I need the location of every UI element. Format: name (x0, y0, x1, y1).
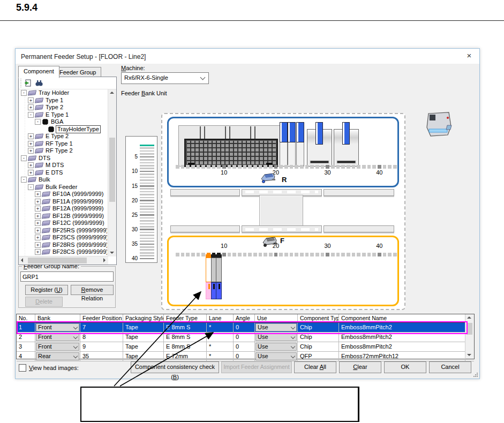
expand-icon[interactable]: + (28, 162, 34, 168)
expand-icon[interactable]: + (35, 242, 41, 248)
expand-icon[interactable]: + (35, 235, 41, 240)
tree-item[interactable]: +RF Type 2 (19, 147, 107, 155)
use-dropdown[interactable]: Use (255, 352, 297, 360)
feeder-slot (331, 165, 335, 169)
expand-icon[interactable]: + (28, 148, 34, 154)
expand-icon[interactable]: + (28, 97, 34, 103)
component-consistency-check-button[interactable]: Component consistency check (B) (131, 361, 219, 373)
find-binoculars-icon[interactable] (35, 79, 43, 87)
tab-component[interactable]: Component (18, 66, 59, 78)
table-row-2[interactable]: 2Front8TapeE 8mm S*0UseChipEmboss8mmPitc… (17, 333, 474, 342)
rear-bank-letter: R (282, 176, 287, 184)
tree-item[interactable]: +Type 2 (19, 104, 107, 111)
bank-dropdown[interactable]: Front (36, 343, 79, 351)
expand-icon[interactable]: + (35, 249, 41, 255)
collapse-icon[interactable]: - (21, 155, 27, 161)
tree-item[interactable]: +E DTS (19, 169, 107, 177)
tree-vertical-scrollbar[interactable] (108, 89, 116, 256)
expand-icon[interactable]: + (28, 141, 34, 147)
expand-icon[interactable]: + (35, 206, 41, 212)
clear-button[interactable]: Clear (339, 361, 381, 373)
tree-item[interactable]: +E Type 2 (19, 133, 107, 140)
tree-item[interactable]: -Tray Holder (19, 89, 107, 97)
tray-pin (225, 126, 226, 139)
collapse-icon[interactable]: - (35, 119, 41, 125)
feeder-icon (28, 155, 36, 161)
use-dropdown[interactable]: Use (255, 323, 297, 331)
cancel-button[interactable]: Cancel (429, 361, 471, 373)
table-row-1[interactable]: 1Front7TapeE 8mm S*0UseChipEmboss8mmPitc… (17, 323, 474, 333)
tree-item[interactable]: +BF28CS (9999/9999) (19, 248, 107, 256)
table-header-row: No.BankFeeder PositionPackaging StyleFee… (17, 314, 474, 323)
scroll-thumb[interactable] (467, 323, 472, 335)
bank-dropdown[interactable]: Rear (36, 352, 79, 360)
expand-icon[interactable]: + (35, 199, 41, 205)
tree-item[interactable]: +BF28RS (9999/9999) (19, 241, 107, 249)
machine-select[interactable]: Rx6/RX-6-Single (121, 72, 209, 84)
bank-dropdown[interactable]: Front (36, 333, 79, 341)
cell-angle: 0 (234, 352, 255, 361)
scroll-left-icon[interactable] (19, 256, 27, 265)
tree-item[interactable]: +BF10A (9999/9999) (19, 191, 107, 198)
table-vertical-scrollbar[interactable] (465, 314, 474, 359)
tree-item-label: E Type 2 (44, 133, 70, 140)
tree-item[interactable]: -DTS (19, 155, 107, 162)
refresh-doc-icon[interactable] (24, 79, 32, 87)
tree-item[interactable]: +M DTS (19, 162, 107, 169)
register-button[interactable]: Register (U) (25, 285, 68, 295)
expand-icon[interactable]: + (28, 104, 34, 110)
use-dropdown[interactable]: Use (255, 343, 297, 351)
tree-item[interactable]: +BF25CS (9999/9999) (19, 234, 107, 241)
tree-item[interactable]: -BGA (19, 118, 107, 126)
tree-horizontal-scrollbar[interactable] (19, 256, 108, 265)
close-icon[interactable]: × (462, 50, 476, 62)
table-row-4[interactable]: 4Rear35TapeE 72mm*0UseQFPEmboss72mmPitch… (17, 352, 474, 361)
collapse-icon[interactable]: - (28, 184, 34, 190)
tree-item[interactable]: -Bulk Feeder (19, 184, 107, 191)
scroll-right-icon[interactable] (100, 256, 108, 265)
scroll-thumb[interactable] (28, 258, 87, 263)
rear-feeder-unit (296, 122, 304, 142)
tree-item[interactable]: -E Type 1 (19, 111, 107, 119)
collapse-icon[interactable]: - (21, 90, 27, 96)
clear-all-button[interactable]: Clear All (294, 361, 336, 373)
expand-icon[interactable]: + (28, 170, 34, 176)
tray-holder[interactable] (184, 139, 278, 167)
feeder-group-name-input[interactable] (20, 271, 114, 282)
expand-icon[interactable]: + (35, 191, 41, 197)
tree-item[interactable]: +Type 1 (19, 97, 107, 104)
resize-grip-icon[interactable] (477, 376, 478, 377)
scroll-up-icon[interactable] (465, 314, 473, 322)
tree-item[interactable]: TrayHolderType (19, 126, 107, 133)
scroll-down-icon[interactable] (465, 351, 473, 359)
expand-icon[interactable]: + (35, 213, 41, 219)
scroll-up-icon[interactable] (108, 89, 116, 97)
scroll-down-icon[interactable] (108, 248, 116, 256)
view-head-images-checkbox[interactable] (19, 364, 26, 372)
feeder-slot (191, 165, 195, 169)
tree-item[interactable]: +RF Type 1 (19, 140, 107, 148)
remove-relation-button[interactable]: Remove Relation (71, 285, 114, 295)
tree-item[interactable]: -Bulk (19, 176, 107, 184)
tree-item[interactable]: +BF25RS (9999/9999) (19, 227, 107, 235)
collapse-icon[interactable]: - (28, 112, 34, 118)
tree-item[interactable]: +BF12B (9999/9999) (19, 213, 107, 220)
ok-button[interactable]: OK (384, 361, 426, 373)
feeder-slot (315, 253, 319, 256)
scroll-thumb[interactable] (109, 138, 115, 202)
collapse-icon[interactable]: - (21, 177, 27, 183)
expand-icon[interactable]: + (35, 220, 41, 226)
dialog-titlebar[interactable]: Permanent Feeder Setup - [FLOOR - Line2]… (16, 49, 479, 64)
bank-dropdown[interactable]: Front (36, 323, 79, 331)
use-dropdown[interactable]: Use (255, 333, 297, 341)
tree-item[interactable]: +BF12C (9999/9999) (19, 220, 107, 227)
cell-position: 8 (80, 333, 123, 342)
table-row-3[interactable]: 3Front9TapeE 8mm S*0UseChipEmboss8mmPitc… (17, 342, 474, 352)
ruler-bar (140, 246, 154, 248)
ruler-number: 20 (132, 198, 138, 203)
expand-icon[interactable]: + (35, 228, 41, 233)
expand-icon[interactable]: + (28, 133, 34, 139)
tree-item[interactable]: +BF12A (9999/9999) (19, 205, 107, 213)
tree-item[interactable]: +BF11A (9999/9999) (19, 198, 107, 206)
front-feeder-pos-9[interactable] (216, 254, 222, 299)
